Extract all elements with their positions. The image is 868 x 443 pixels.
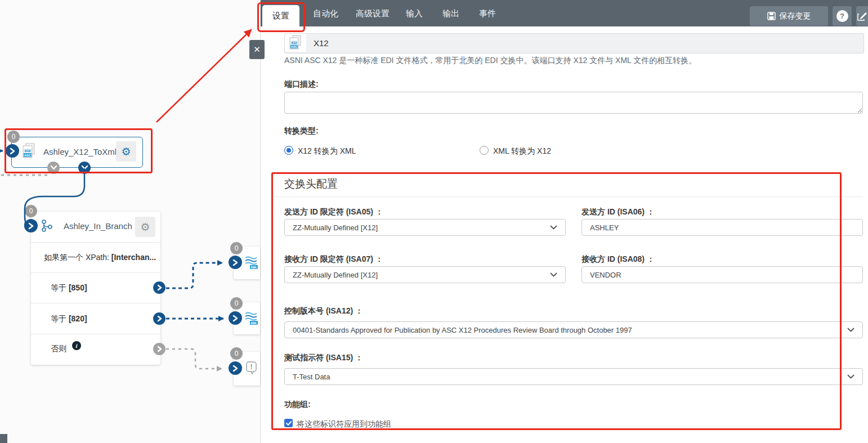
radio-xml-to-x12-label[interactable]: XML 转换为 X12 <box>493 146 551 156</box>
case-text: 等于 <box>51 314 69 323</box>
target-2-input-connector[interactable] <box>229 311 242 325</box>
radio-x12-to-xml-label[interactable]: X12 转换为 XML <box>298 146 356 156</box>
node-label: Ashley_In_Branch <box>64 221 132 231</box>
svg-text:ASC: ASC <box>24 154 32 157</box>
tab-events[interactable]: 事件 <box>479 8 496 19</box>
func-group-label: 功能组: <box>284 400 311 410</box>
chevron-down-icon <box>50 165 57 171</box>
node-input-connector[interactable] <box>6 144 19 158</box>
node-badge: 0 <box>25 205 37 217</box>
chevron-right-icon <box>232 259 238 266</box>
chevron-right-icon <box>28 222 34 230</box>
divider <box>275 196 863 197</box>
port-description-input[interactable] <box>284 92 863 114</box>
gear-icon: ⚙ <box>121 146 131 157</box>
else-text: 否则 <box>51 344 66 353</box>
isa15-value: T-Test Data <box>293 373 847 381</box>
convert-type-label: 转换类型: <box>284 126 319 136</box>
isa15-select[interactable]: T-Test Data <box>284 368 863 385</box>
radio-x12-to-xml[interactable] <box>284 146 293 155</box>
branch-input-connector[interactable] <box>24 219 38 232</box>
isa05-select[interactable]: ZZ-Mutually Defined [X12] <box>284 219 566 236</box>
svg-text:X12: X12 <box>25 149 31 153</box>
divider <box>31 272 160 273</box>
target-3-input-connector[interactable] <box>229 361 242 375</box>
check-icon <box>286 421 292 426</box>
save-changes-button[interactable]: 保存变更 <box>750 6 828 26</box>
svg-text:X12: X12 <box>292 41 297 44</box>
case-text: 等于 <box>51 283 69 292</box>
chevron-down-icon <box>550 225 557 230</box>
edit-button[interactable] <box>856 6 868 26</box>
condition-xpath: [Interchan... <box>111 253 156 262</box>
port-header-bar <box>284 33 864 53</box>
branch-settings-button[interactable]: ⚙ <box>135 217 155 237</box>
node-badge: 0 <box>230 347 243 360</box>
tab-input[interactable]: 输入 <box>406 8 423 19</box>
isa07-select[interactable]: ZZ-Mutually Defined [X12] <box>284 266 566 283</box>
else-output-connector[interactable] <box>153 343 165 355</box>
radio-xml-to-x12[interactable] <box>480 146 489 155</box>
edit-icon <box>857 12 867 21</box>
alert-icon: ! <box>245 361 258 377</box>
target-1-input-connector[interactable] <box>229 256 242 269</box>
info-icon[interactable]: i <box>72 341 81 350</box>
branch-icon <box>40 219 53 235</box>
svg-text:XML: XML <box>250 266 257 269</box>
branch-condition-row[interactable]: 如果第一个 XPath: [Interchan... <box>44 253 156 263</box>
help-button[interactable]: ? <box>833 6 852 26</box>
xml-map-icon: XML <box>244 254 259 272</box>
chevron-down-icon <box>847 374 854 379</box>
case-value: [820] <box>69 314 87 323</box>
case-850-output-connector[interactable] <box>153 281 165 294</box>
port-description-text: ASNI ASC X12 是一种标准 EDI 文件格式，常用于北美的 EDI 交… <box>284 56 853 66</box>
close-panel-button[interactable]: ✕ <box>249 40 265 59</box>
chevron-right-icon <box>157 315 162 322</box>
chevron-down-icon <box>550 272 557 277</box>
chevron-down-icon <box>847 328 854 332</box>
isa08-label: 接收方 ID (ISA08) ： <box>581 254 655 265</box>
case-value: [850] <box>69 283 87 292</box>
case-820-output-connector[interactable] <box>153 312 165 325</box>
chevron-right-icon <box>232 365 238 372</box>
partial-node <box>0 434 7 443</box>
branch-case-850[interactable]: 等于 [850] <box>51 283 87 293</box>
isa07-value: ZZ-Mutually Defined [X12] <box>293 271 550 279</box>
chevron-right-icon <box>157 284 162 291</box>
isa08-input[interactable] <box>581 266 863 283</box>
branch-else-row[interactable]: 否则 <box>51 344 66 354</box>
tab-output[interactable]: 输出 <box>442 8 459 19</box>
xml-map-icon: XML <box>244 310 259 328</box>
chevron-right-icon <box>232 315 238 322</box>
svg-text:XML: XML <box>250 321 257 325</box>
isa12-value: 00401-Standards Approved for Publication… <box>293 326 847 334</box>
condition-text: 如果第一个 XPath: <box>44 253 111 262</box>
node-settings-button[interactable]: ⚙ <box>116 141 136 162</box>
tab-settings[interactable]: 设置 <box>262 5 299 26</box>
tab-automation[interactable]: 自动化 <box>313 8 338 19</box>
isa12-label: 控制版本号 (ISA12) ： <box>284 306 363 316</box>
node-badge: 0 <box>7 131 20 143</box>
node-badge: 0 <box>230 297 243 310</box>
node-output-connector-secondary[interactable] <box>47 162 60 174</box>
x12-file-icon: X12 ASC <box>289 35 302 51</box>
func-group-checkbox[interactable] <box>284 419 293 427</box>
func-group-checkbox-label[interactable]: 将这些标识符应用到功能组 <box>297 419 391 429</box>
divider <box>31 334 160 334</box>
tab-advanced-settings[interactable]: 高级设置 <box>356 8 390 19</box>
isa05-label: 发送方 ID 限定符 (ISA05) ： <box>284 207 383 217</box>
app-window: 0 X12 ASC Ashley_X12_ToXml ⚙ 0 Ashley_In… <box>0 0 868 443</box>
isa06-label: 发送方 ID (ISA06) ： <box>581 207 655 217</box>
port-title: X12 <box>314 38 329 48</box>
chevron-down-icon <box>81 165 88 171</box>
isa06-input[interactable] <box>581 219 863 236</box>
x12-file-icon: X12 ASC <box>21 142 36 162</box>
chevron-right-icon <box>10 147 15 155</box>
svg-text:!: ! <box>250 363 253 371</box>
isa12-select[interactable]: 00401-Standards Approved for Publication… <box>284 321 863 338</box>
section-title: 交换头配置 <box>284 177 338 191</box>
save-label: 保存变更 <box>780 11 811 21</box>
node-output-connector-primary[interactable] <box>78 162 91 174</box>
divider <box>31 242 160 243</box>
branch-case-820[interactable]: 等于 [820] <box>51 314 87 324</box>
